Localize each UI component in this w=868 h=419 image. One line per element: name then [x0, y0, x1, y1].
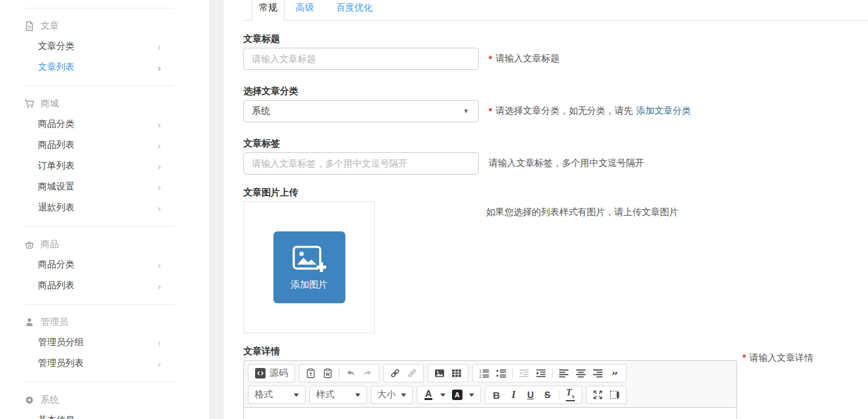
undo-button[interactable]	[343, 365, 358, 381]
outdent-button[interactable]	[516, 365, 532, 381]
basket-icon	[24, 239, 35, 250]
sidebar-item-mall-settings[interactable]: 商城设置 ›	[0, 176, 209, 197]
sidebar-item-label: 管理员列表	[38, 358, 84, 369]
tab-baidu-seo[interactable]: 百度优化	[325, 0, 384, 20]
background-color-button[interactable]: A	[449, 387, 465, 403]
align-right-button[interactable]	[590, 365, 606, 381]
background-color-icon: A	[452, 390, 462, 400]
title-label: 文章标题	[243, 33, 868, 44]
sidebar-section-article[interactable]: 文章	[0, 21, 209, 31]
blockquote-button[interactable]: ”	[607, 365, 623, 381]
source-button-label: 源码	[269, 367, 288, 379]
format-dropdown[interactable]: 格式	[248, 386, 305, 404]
sidebar-item-admin-group[interactable]: 管理员分组 ›	[0, 332, 209, 353]
caret-down-icon	[401, 394, 406, 397]
bold-button[interactable]: B	[489, 387, 504, 403]
cart-icon	[24, 99, 35, 109]
sidebar-item-goods-list[interactable]: 商品列表 ›	[0, 135, 209, 156]
toolbar-group-insert	[428, 364, 468, 382]
numbered-list-button[interactable]: 12	[476, 365, 492, 381]
sidebar-section-label: 管理员	[41, 316, 68, 328]
add-image-button[interactable]: 添加图片	[273, 231, 345, 303]
size-dropdown[interactable]: 大小	[371, 386, 413, 404]
link-button[interactable]	[387, 365, 403, 381]
sidebar-item-label: 订单列表	[38, 160, 75, 172]
paste-text-button[interactable]: T	[303, 365, 319, 381]
add-category-link[interactable]: 添加文章分类	[636, 105, 691, 117]
align-left-button[interactable]	[556, 365, 572, 381]
sidebar-section-label: 商品	[41, 239, 59, 250]
sidebar-section-product[interactable]: 商品	[0, 239, 209, 250]
category-select-value: 系统	[252, 105, 270, 117]
sidebar-item-basic-info[interactable]: 基本信息 ›	[0, 410, 209, 419]
italic-icon: I	[512, 389, 515, 401]
category-select[interactable]: 系统 ▼	[243, 100, 479, 122]
sidebar-item-product-category[interactable]: 商品分类 ›	[0, 254, 209, 275]
detail-hint-text: 请输入文章详情	[749, 352, 813, 364]
page: 文章 文章分类 › 文章列表 › 商城 商品分类 ›	[0, 0, 868, 419]
tags-hint: 请输入文章标签，多个用中文逗号隔开	[489, 158, 644, 169]
chevron-right-icon: ›	[158, 281, 161, 291]
gear-icon	[24, 395, 35, 405]
redo-button[interactable]	[360, 365, 375, 381]
toolbar-group-colors: A A	[417, 386, 481, 404]
tab-general[interactable]: 常规	[252, 0, 285, 21]
underline-button[interactable]: U	[523, 387, 538, 403]
insert-table-button[interactable]	[449, 365, 464, 381]
required-star: *	[489, 54, 492, 64]
paste-word-letter: W	[326, 372, 330, 377]
category-hint-text: 请选择文章分类，如无分类，请先	[495, 105, 633, 117]
show-blocks-button[interactable]	[607, 387, 623, 403]
indent-button[interactable]	[533, 365, 549, 381]
caret-down-icon	[469, 394, 474, 397]
underline-icon: U	[527, 390, 534, 400]
tags-input[interactable]	[243, 152, 479, 175]
sidebar-item-product-list[interactable]: 商品列表 ›	[0, 275, 209, 296]
italic-button[interactable]: I	[506, 387, 521, 403]
bulleted-list-button[interactable]	[493, 365, 509, 381]
sidebar-item-label: 商品分类	[38, 259, 75, 271]
tab-bar: 常规 高级 百度优化	[243, 0, 868, 21]
image-upload-dropzone: 添加图片	[243, 201, 375, 333]
user-icon	[24, 317, 35, 327]
align-center-button[interactable]	[573, 365, 589, 381]
select-caret-icon: ▼	[463, 108, 469, 114]
sidebar-item-article-list[interactable]: 文章列表 ›	[0, 57, 209, 78]
paste-text-letter: T	[309, 371, 313, 377]
strikethrough-button[interactable]: S	[540, 387, 555, 403]
article-icon	[24, 21, 35, 31]
tab-advanced[interactable]: 高级	[285, 0, 325, 20]
blockquote-icon: ”	[612, 373, 618, 379]
ol-number-1: 1	[479, 369, 482, 373]
style-dropdown-label: 样式	[313, 389, 334, 401]
style-dropdown[interactable]: 样式	[309, 386, 367, 404]
maximize-button[interactable]	[590, 387, 606, 403]
title-input[interactable]	[243, 48, 479, 70]
form-row-image: 文章图片上传 添加图片	[243, 187, 868, 333]
sidebar-item-goods-category[interactable]: 商品分类 ›	[0, 114, 209, 135]
toolbar-separator	[512, 368, 513, 378]
required-star: *	[489, 106, 492, 116]
editor-content-area[interactable]	[244, 408, 737, 419]
sidebar-item-order-list[interactable]: 订单列表 ›	[0, 156, 209, 176]
sidebar-section-system[interactable]: 系统	[0, 395, 209, 405]
chevron-right-icon: ›	[158, 359, 161, 369]
sidebar-item-article-category[interactable]: 文章分类 ›	[0, 36, 209, 57]
source-button[interactable]: 源码	[252, 365, 291, 381]
remove-format-button[interactable]: Tx	[563, 387, 578, 403]
sidebar-item-admin-list[interactable]: 管理员列表 ›	[0, 353, 209, 374]
title-hint: * 请输入文章标题	[489, 53, 559, 65]
unlink-button[interactable]	[404, 365, 420, 381]
sidebar-section-admin[interactable]: 管理员	[0, 317, 209, 327]
main-panel: 常规 高级 百度优化 文章标题 * 请输入文章标题 选择文章分类	[224, 0, 868, 419]
sidebar-section-label: 商城	[41, 98, 59, 110]
insert-image-button[interactable]	[432, 365, 447, 381]
form-row-tags: 文章标签 请输入文章标签，多个用中文逗号隔开	[243, 138, 868, 175]
paste-word-button[interactable]: W	[320, 365, 336, 381]
chevron-right-icon: ›	[158, 161, 161, 171]
sidebar-item-refund-list[interactable]: 退款列表 ›	[0, 197, 209, 218]
bold-icon: B	[493, 390, 500, 401]
toolbar-group-tools	[586, 386, 627, 404]
text-color-button[interactable]: A	[421, 387, 436, 403]
sidebar-section-mall[interactable]: 商城	[0, 99, 209, 109]
